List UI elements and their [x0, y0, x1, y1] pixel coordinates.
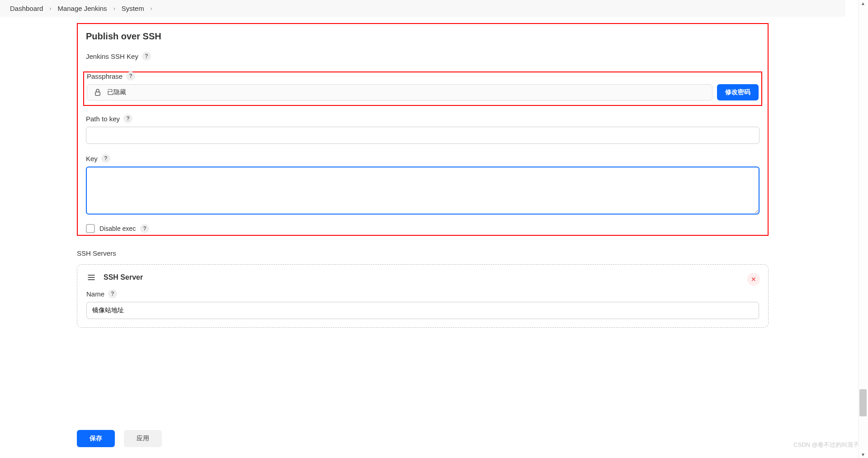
- help-icon[interactable]: ?: [126, 72, 135, 81]
- server-name-input[interactable]: [86, 302, 759, 319]
- apply-button[interactable]: 应用: [124, 430, 162, 447]
- breadcrumb: Dashboard › Manage Jenkins › System ›: [0, 0, 845, 17]
- help-icon[interactable]: ?: [108, 289, 117, 298]
- breadcrumb-system[interactable]: System: [122, 5, 144, 12]
- svg-rect-3: [88, 279, 95, 280]
- disable-exec-label: Disable exec: [99, 225, 136, 232]
- passphrase-hidden-text: 已隐藏: [107, 88, 126, 96]
- chevron-right-icon: ›: [113, 5, 115, 12]
- server-name-label: Name: [86, 290, 104, 298]
- key-label: Key: [86, 155, 98, 162]
- passphrase-field: 已隐藏: [87, 84, 712, 100]
- svg-rect-2: [88, 277, 95, 278]
- jenkins-ssh-key-label: Jenkins SSH Key: [86, 52, 138, 60]
- svg-rect-0: [95, 92, 100, 95]
- close-icon: ✕: [751, 276, 756, 283]
- passphrase-label: Passphrase: [87, 72, 123, 80]
- scroll-up-arrow[interactable]: ▲: [860, 1, 866, 6]
- path-to-key-input[interactable]: [86, 127, 760, 144]
- disable-exec-checkbox[interactable]: [86, 224, 95, 233]
- help-icon[interactable]: ?: [140, 224, 149, 233]
- highlight-passphrase: Passphrase ? 已隐藏 修改密码: [83, 72, 762, 106]
- action-bar: 保存 应用: [77, 430, 162, 447]
- help-icon[interactable]: ?: [142, 52, 151, 61]
- svg-rect-1: [88, 275, 95, 276]
- save-button[interactable]: 保存: [77, 430, 115, 447]
- section-title: Publish over SSH: [86, 31, 760, 42]
- change-password-button[interactable]: 修改密码: [717, 84, 759, 100]
- vertical-scrollbar[interactable]: ▲ ▼: [858, 0, 868, 458]
- ssh-server-title: SSH Server: [104, 273, 143, 281]
- scroll-thumb[interactable]: [859, 389, 867, 416]
- path-to-key-label: Path to key: [86, 115, 120, 123]
- help-icon[interactable]: ?: [101, 154, 110, 163]
- ssh-servers-label: SSH Servers: [77, 249, 769, 257]
- scroll-down-arrow[interactable]: ▼: [860, 452, 866, 457]
- drag-handle-icon[interactable]: [86, 273, 96, 282]
- highlight-publish-over-ssh: Publish over SSH Jenkins SSH Key ? Passp…: [77, 23, 769, 236]
- key-textarea[interactable]: [86, 167, 760, 215]
- chevron-right-icon: ›: [151, 5, 152, 12]
- help-icon[interactable]: ?: [123, 114, 132, 123]
- watermark: CSDN @卷不过的叫混子: [793, 441, 859, 449]
- lock-icon: [94, 88, 102, 96]
- ssh-server-card: ✕ SSH Server Name ?: [77, 264, 769, 328]
- chevron-right-icon: ›: [49, 5, 51, 12]
- breadcrumb-manage-jenkins[interactable]: Manage Jenkins: [57, 5, 107, 12]
- breadcrumb-dashboard[interactable]: Dashboard: [10, 5, 43, 12]
- delete-server-button[interactable]: ✕: [747, 273, 760, 286]
